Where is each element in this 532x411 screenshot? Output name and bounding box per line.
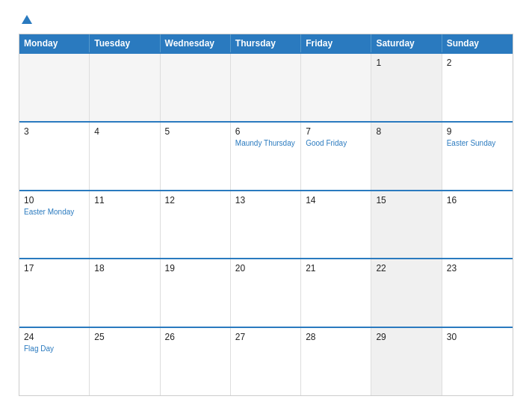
cal-cell: 26 — [161, 328, 231, 395]
cal-cell: 10Easter Monday — [19, 191, 90, 259]
cal-cell — [19, 54, 90, 121]
cal-cell: 8 — [371, 123, 442, 190]
day-number: 29 — [376, 332, 436, 342]
day-number: 12 — [165, 195, 226, 206]
cal-cell: 11 — [90, 191, 160, 259]
day-number: 25 — [94, 332, 155, 342]
logo — [19, 15, 32, 25]
weekday-header-thursday: Thursday — [231, 34, 301, 52]
day-number: 16 — [447, 195, 508, 206]
cal-cell: 22 — [371, 259, 442, 327]
cal-cell: 24Flag Day — [19, 328, 90, 395]
day-number: 21 — [306, 263, 366, 274]
cal-cell: 12 — [161, 191, 231, 259]
cal-cell: 1 — [371, 54, 442, 121]
cal-cell: 18 — [90, 259, 160, 327]
week-row-2: 3456Maundy Thursday7Good Friday89Easter … — [19, 121, 513, 190]
calendar-body: 123456Maundy Thursday7Good Friday89Easte… — [19, 52, 513, 395]
week-row-3: 10Easter Monday111213141516 — [19, 190, 513, 259]
day-number: 9 — [447, 126, 508, 137]
day-number: 7 — [306, 126, 366, 137]
cal-cell: 14 — [301, 191, 371, 259]
cal-cell: 3 — [19, 123, 90, 190]
cal-cell: 21 — [301, 259, 371, 327]
weekday-header-saturday: Saturday — [371, 34, 442, 52]
cal-cell: 7Good Friday — [301, 123, 371, 190]
day-number: 20 — [235, 263, 296, 274]
day-number: 15 — [376, 195, 436, 206]
cal-cell: 15 — [371, 191, 442, 259]
cal-cell: 23 — [442, 259, 513, 327]
weekday-header-row: MondayTuesdayWednesdayThursdayFridaySatu… — [19, 34, 513, 52]
day-event: Easter Monday — [24, 207, 84, 217]
cal-cell: 2 — [442, 54, 513, 121]
weekday-header-sunday: Sunday — [442, 34, 513, 52]
weekday-header-monday: Monday — [19, 34, 90, 52]
cal-cell: 30 — [442, 328, 513, 395]
day-number: 17 — [24, 263, 84, 274]
day-number: 19 — [165, 263, 226, 274]
day-number: 22 — [376, 263, 436, 274]
day-number: 4 — [94, 126, 155, 137]
day-number: 3 — [24, 126, 84, 137]
day-number: 28 — [306, 332, 366, 342]
day-number: 6 — [235, 126, 296, 137]
cal-cell: 6Maundy Thursday — [231, 123, 301, 190]
cal-cell: 27 — [231, 328, 301, 395]
day-event: Flag Day — [24, 344, 84, 353]
day-event: Easter Sunday — [447, 138, 508, 148]
week-row-1: 12 — [19, 52, 513, 121]
cal-cell — [231, 54, 301, 121]
weekday-header-friday: Friday — [301, 34, 371, 52]
day-number: 13 — [235, 195, 296, 206]
cal-cell: 20 — [231, 259, 301, 327]
cal-cell: 28 — [301, 328, 371, 395]
weekday-header-wednesday: Wednesday — [161, 34, 231, 52]
cal-cell: 25 — [90, 328, 160, 395]
logo-triangle-icon — [22, 15, 32, 24]
day-number: 5 — [165, 126, 226, 137]
day-number: 23 — [447, 263, 508, 274]
cal-cell: 29 — [371, 328, 442, 395]
week-row-4: 17181920212223 — [19, 258, 513, 327]
cal-cell — [161, 54, 231, 121]
cal-cell: 9Easter Sunday — [442, 123, 513, 190]
day-number: 10 — [24, 195, 84, 206]
day-number: 27 — [235, 332, 296, 342]
day-number: 18 — [94, 263, 155, 274]
cal-cell: 17 — [19, 259, 90, 327]
cal-cell: 4 — [90, 123, 160, 190]
cal-cell: 16 — [442, 191, 513, 259]
calendar-page: MondayTuesdayWednesdayThursdayFridaySatu… — [0, 0, 532, 411]
cal-cell: 13 — [231, 191, 301, 259]
day-number: 8 — [376, 126, 436, 137]
day-number: 11 — [94, 195, 155, 206]
cal-cell — [301, 54, 371, 121]
week-row-5: 24Flag Day252627282930 — [19, 327, 513, 395]
day-number: 2 — [447, 58, 508, 68]
day-number: 24 — [24, 332, 84, 342]
day-number: 30 — [447, 332, 508, 342]
day-number: 14 — [306, 195, 366, 206]
cal-cell: 19 — [161, 259, 231, 327]
day-number: 1 — [376, 58, 436, 68]
cal-cell — [90, 54, 160, 121]
day-event: Good Friday — [306, 138, 366, 148]
calendar-grid: MondayTuesdayWednesdayThursdayFridaySatu… — [19, 34, 513, 396]
header — [19, 15, 513, 25]
day-event: Maundy Thursday — [235, 138, 296, 148]
day-number: 26 — [165, 332, 226, 342]
weekday-header-tuesday: Tuesday — [90, 34, 160, 52]
cal-cell: 5 — [161, 123, 231, 190]
